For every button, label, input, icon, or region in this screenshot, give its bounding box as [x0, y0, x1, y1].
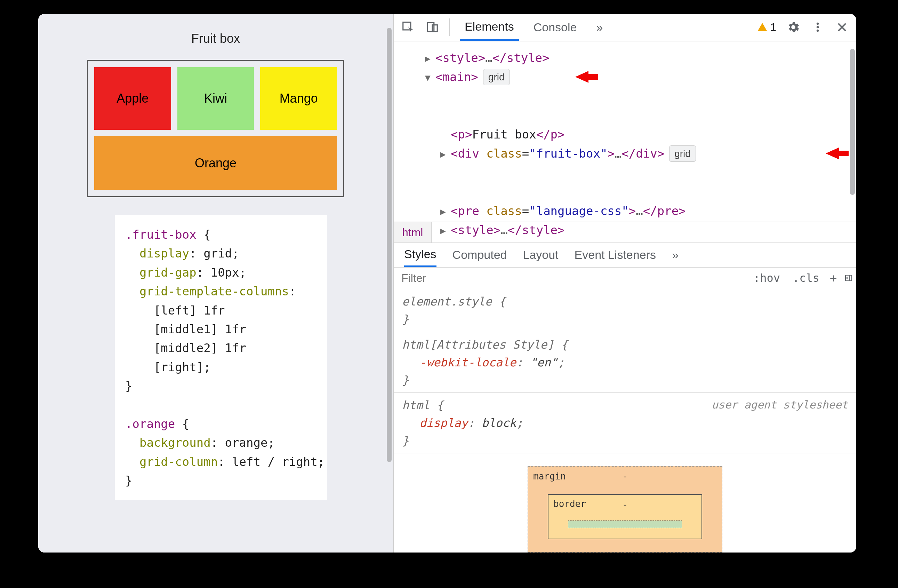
svg-rect-2: [432, 25, 437, 32]
dom-tree[interactable]: ▶<style>…</style> ▼<main>grid <p>Fruit b…: [394, 42, 856, 223]
tab-layout[interactable]: Layout: [523, 243, 558, 267]
tabbar-divider: [449, 18, 450, 36]
settings-gear-icon[interactable]: [786, 20, 801, 34]
devtools-tabbar: Elements Console » 1: [394, 14, 856, 42]
code-val: orange: [225, 436, 268, 449]
fruit-orange: Orange: [94, 136, 337, 190]
page-title: Fruit box: [52, 31, 379, 46]
tab-computed[interactable]: Computed: [452, 243, 507, 267]
devtools-scrollbar-thumb[interactable]: [850, 49, 855, 195]
breadcrumb-html[interactable]: html: [394, 222, 432, 242]
new-style-rule-icon[interactable]: ＋: [826, 270, 841, 286]
rule-html-ua[interactable]: user agent stylesheet html { display: bl…: [394, 393, 856, 453]
tab-elements[interactable]: Elements: [460, 14, 519, 41]
code-val: left / right: [232, 455, 318, 469]
dom-node-main[interactable]: ▼<main>grid: [435, 68, 846, 125]
rule-val: "en": [530, 356, 558, 369]
hov-toggle[interactable]: :hov: [747, 271, 786, 285]
rule-val: block: [482, 416, 516, 430]
code-val: [right]: [154, 360, 203, 374]
box-model-padding[interactable]: [568, 520, 682, 528]
toggle-sidebar-icon[interactable]: [841, 273, 856, 283]
expand-caret-icon[interactable]: ▶: [440, 204, 446, 219]
code-val: [middle1] 1fr: [154, 322, 246, 336]
kebab-menu-icon[interactable]: [810, 20, 825, 34]
svg-point-5: [817, 29, 819, 32]
red-arrow-icon: [575, 68, 599, 86]
styles-filter-input[interactable]: [394, 272, 747, 285]
box-model-border[interactable]: border -: [548, 494, 702, 539]
fruit-apple: Apple: [94, 67, 171, 130]
dom-node-p[interactable]: <p>Fruit box</p>: [435, 125, 846, 144]
rule-selector: element.style {: [402, 292, 848, 310]
device-toolbar-icon[interactable]: [425, 20, 440, 34]
warning-count: 1: [770, 21, 776, 34]
expand-caret-icon[interactable]: ▶: [440, 223, 446, 238]
warning-triangle-icon: [758, 23, 767, 31]
cls-toggle[interactable]: .cls: [786, 271, 826, 285]
fruit-kiwi: Kiwi: [177, 67, 254, 130]
box-model-border-label: border: [554, 497, 586, 511]
styles-tabbar: Styles Computed Layout Event Listeners »: [394, 243, 856, 268]
dom-node-fruitbox-div[interactable]: ▶<div class="fruit-box">…</div>grid: [435, 144, 846, 202]
dom-node-style2[interactable]: ▶<style>…</style>: [435, 220, 846, 240]
rule-prop: display: [420, 416, 468, 430]
code-prop: background: [140, 436, 211, 449]
grid-badge[interactable]: grid: [669, 145, 696, 162]
svg-point-4: [817, 26, 819, 29]
code-val: 10px: [211, 265, 239, 279]
code-val: grid: [203, 246, 232, 260]
red-arrow-icon: [825, 145, 849, 162]
box-model-diagram[interactable]: margin - border -: [394, 453, 856, 553]
rendered-page-pane: Fruit box Apple Kiwi Mango Orange .fruit…: [38, 14, 393, 553]
app-window: Fruit box Apple Kiwi Mango Orange .fruit…: [38, 14, 856, 553]
css-rules-pane[interactable]: element.style { } html[Attributes Style]…: [394, 289, 856, 553]
svg-rect-1: [427, 23, 434, 32]
code-selector: .orange: [125, 417, 175, 431]
collapse-caret-icon[interactable]: ▼: [425, 70, 431, 85]
box-model-margin[interactable]: margin - border -: [527, 466, 723, 553]
rule-selector: html[Attributes Style] {: [402, 336, 848, 354]
box-model-margin-label: margin: [533, 469, 566, 483]
rule-prop: -webkit-locale: [420, 356, 516, 369]
code-prop: grid-column: [140, 455, 218, 469]
rule-close: }: [402, 432, 848, 449]
rule-close: }: [402, 371, 848, 389]
code-prop: display: [140, 246, 189, 260]
tab-styles-more[interactable]: »: [672, 243, 678, 267]
grid-badge[interactable]: grid: [483, 69, 510, 85]
code-val: [middle2] 1fr: [154, 341, 246, 355]
code-prop: grid-gap: [140, 265, 197, 279]
fruit-box-grid: Apple Kiwi Mango Orange: [87, 60, 344, 197]
expand-caret-icon[interactable]: ▶: [425, 51, 431, 66]
expand-caret-icon[interactable]: ▶: [440, 147, 446, 162]
styles-filter-row: :hov .cls ＋: [394, 268, 856, 289]
dom-node-pre[interactable]: ▶<pre class="language-css">…</pre>: [435, 202, 846, 220]
inspect-element-icon[interactable]: [401, 20, 415, 34]
code-prop: grid-template-columns: [140, 284, 289, 298]
svg-point-3: [817, 23, 819, 25]
warnings-badge[interactable]: 1: [758, 21, 776, 34]
rule-element-style[interactable]: element.style { }: [394, 289, 856, 332]
left-scrollbar-thumb[interactable]: [387, 28, 392, 462]
tab-console[interactable]: Console: [529, 14, 582, 41]
rule-origin: user agent stylesheet: [712, 396, 848, 413]
code-val: [left] 1fr: [154, 303, 225, 317]
dom-node-style[interactable]: ▶<style>…</style>: [435, 48, 846, 68]
devtools-pane: Elements Console » 1 ▶<style>…</style> ▼…: [393, 14, 856, 553]
tab-styles[interactable]: Styles: [404, 243, 437, 267]
code-selector: .fruit-box: [125, 228, 197, 242]
css-code-block: .fruit-box { display: grid; grid-gap: 10…: [115, 215, 327, 500]
rule-close: }: [402, 310, 848, 328]
left-scrollbar[interactable]: [387, 28, 392, 539]
fruit-mango: Mango: [260, 67, 337, 130]
close-devtools-icon[interactable]: [835, 20, 849, 34]
box-model-margin-value: -: [548, 469, 702, 483]
tab-event-listeners[interactable]: Event Listeners: [575, 243, 656, 267]
tab-more[interactable]: »: [591, 14, 607, 41]
rule-html-attributes[interactable]: html[Attributes Style] { -webkit-locale:…: [394, 332, 856, 393]
